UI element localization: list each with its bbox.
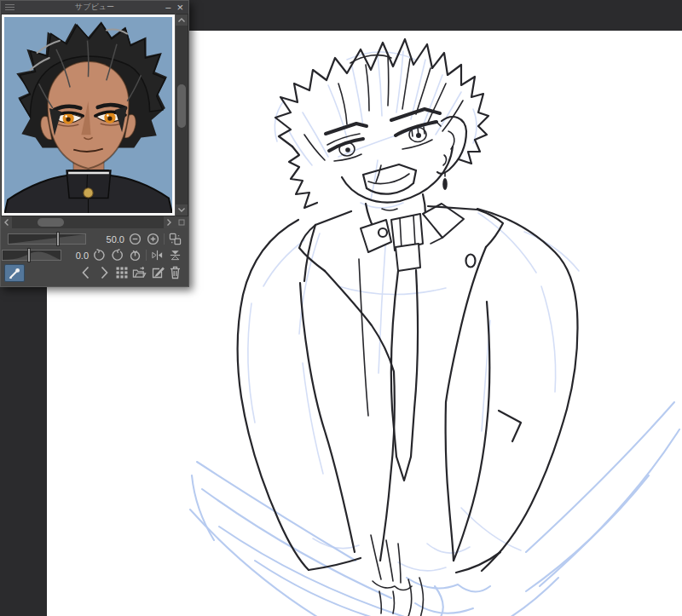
panel-title: サブビュー bbox=[1, 1, 188, 14]
scroll-up-icon[interactable] bbox=[176, 14, 188, 26]
scroll-down-icon[interactable] bbox=[176, 204, 188, 216]
zoom-out-icon[interactable] bbox=[128, 232, 142, 246]
scroll-right-icon[interactable] bbox=[164, 216, 175, 228]
horizontal-scroll-track[interactable] bbox=[12, 216, 164, 228]
sketch-layer bbox=[190, 51, 679, 616]
prev-image-icon[interactable] bbox=[78, 266, 93, 280]
lineart-layer bbox=[238, 39, 578, 616]
reference-preview[interactable] bbox=[1, 14, 175, 216]
subview-panel: サブビュー – × bbox=[0, 0, 189, 287]
eyedropper-icon bbox=[9, 267, 21, 279]
open-file-icon[interactable] bbox=[132, 266, 147, 280]
zoom-slider-handle[interactable] bbox=[56, 232, 60, 246]
scroll-left-icon[interactable] bbox=[1, 216, 12, 228]
zoom-slider[interactable] bbox=[8, 233, 86, 245]
rotate-ccw-icon[interactable] bbox=[92, 248, 107, 262]
flip-horizontal-icon[interactable] bbox=[150, 248, 165, 262]
panel-menu-icon[interactable] bbox=[5, 3, 14, 11]
rotation-slider-handle[interactable] bbox=[27, 248, 31, 262]
preview-horizontal-scrollbar[interactable] bbox=[1, 216, 175, 228]
subview-titlebar[interactable]: サブビュー – × bbox=[1, 1, 188, 14]
flip-vertical-icon[interactable] bbox=[168, 248, 182, 262]
reference-portrait bbox=[4, 17, 172, 213]
eyedropper-tool-button[interactable] bbox=[4, 264, 25, 282]
zoom-in-icon[interactable] bbox=[146, 232, 160, 246]
next-image-icon[interactable] bbox=[96, 266, 111, 280]
rotation-value[interactable]: 0.0 bbox=[65, 250, 89, 261]
preview-vertical-scrollbar[interactable] bbox=[175, 14, 188, 216]
horizontal-scroll-thumb[interactable] bbox=[38, 218, 63, 227]
subview-controls: 50.0 0.0 bbox=[1, 228, 188, 286]
fit-window-icon[interactable] bbox=[168, 232, 182, 246]
edit-icon[interactable] bbox=[150, 266, 165, 280]
vertical-scroll-track[interactable] bbox=[176, 26, 188, 204]
delete-icon[interactable] bbox=[168, 266, 182, 280]
rotation-slider[interactable] bbox=[2, 250, 61, 261]
rotate-cw-icon[interactable] bbox=[110, 248, 124, 262]
close-button[interactable]: × bbox=[176, 3, 183, 12]
vertical-scroll-thumb[interactable] bbox=[177, 84, 186, 127]
zoom-value[interactable]: 50.0 bbox=[101, 234, 124, 245]
scroll-corner-grip[interactable] bbox=[175, 216, 188, 228]
minimize-button[interactable]: – bbox=[165, 3, 170, 12]
reset-rotation-icon[interactable] bbox=[128, 248, 142, 262]
grid-icon[interactable] bbox=[114, 266, 129, 280]
